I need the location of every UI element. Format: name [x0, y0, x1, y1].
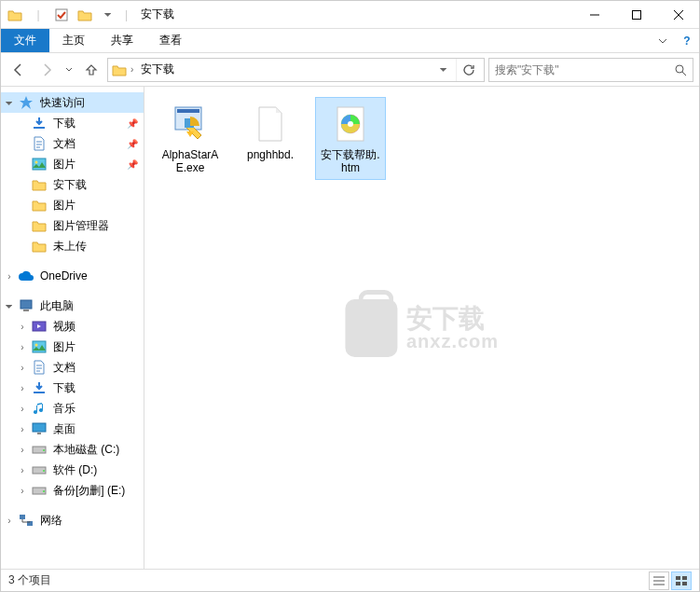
cloud-icon: [18, 268, 34, 284]
maximize-button[interactable]: [615, 1, 657, 29]
file-label: 安下载帮助.htm: [320, 148, 381, 175]
chevron-down-icon[interactable]: ⏷: [3, 96, 16, 109]
video-icon: [31, 318, 48, 335]
chevron-right-icon[interactable]: ›: [3, 269, 16, 282]
svg-point-4: [35, 161, 38, 164]
svg-rect-1: [632, 10, 640, 19]
svg-rect-21: [177, 109, 199, 113]
sidebar-network[interactable]: › 网络: [1, 510, 144, 530]
breadcrumb-dropdown-icon[interactable]: ⏷: [435, 64, 452, 75]
forward-button[interactable]: [34, 58, 59, 82]
file-type-icon: [168, 102, 213, 146]
minimize-button[interactable]: [573, 1, 615, 29]
sidebar-this-pc[interactable]: ⏷ 此电脑: [1, 296, 144, 316]
svg-point-25: [348, 121, 353, 127]
folder-icon: [112, 63, 127, 76]
sidebar-item-pc-4[interactable]: ›音乐: [1, 398, 144, 419]
svg-rect-0: [56, 9, 67, 21]
sidebar-item-quick-0[interactable]: 下载📌: [1, 113, 144, 133]
document-icon: [31, 359, 48, 376]
recent-locations-button[interactable]: [62, 58, 75, 82]
search-input[interactable]: [488, 58, 693, 82]
ribbon-expand-icon[interactable]: [651, 29, 675, 52]
svg-rect-28: [676, 582, 680, 585]
pin-icon: 📌: [127, 159, 138, 170]
checkbox-icon[interactable]: [51, 5, 72, 25]
file-type-icon: [248, 102, 293, 146]
tab-file[interactable]: 文件: [1, 29, 49, 52]
file-view[interactable]: 安下载 anxz.com AlphaStarAE.exepnghhbd.安下载帮…: [144, 87, 699, 569]
svg-point-17: [43, 490, 45, 492]
sidebar-item-quick-5[interactable]: 图片管理器: [1, 215, 144, 236]
file-item-2[interactable]: 安下载帮助.htm: [316, 98, 385, 179]
lock-icon: [345, 299, 397, 357]
sidebar-item-pc-6[interactable]: ›本地磁盘 (C:): [1, 439, 144, 460]
file-item-1[interactable]: pnghhbd.: [236, 98, 305, 165]
pin-icon: 📌: [127, 118, 138, 129]
sidebar-item-pc-0[interactable]: ›视频: [1, 316, 144, 337]
chevron-right-icon[interactable]: ›: [130, 64, 133, 75]
tab-share[interactable]: 共享: [98, 29, 146, 52]
svg-rect-10: [33, 423, 46, 432]
svg-rect-27: [682, 576, 687, 580]
back-button[interactable]: [7, 58, 31, 82]
sidebar-quick-access[interactable]: ⏷ 快速访问: [1, 92, 144, 113]
svg-rect-18: [20, 515, 25, 519]
svg-rect-6: [23, 310, 29, 311]
drive-icon: [31, 482, 48, 499]
statusbar: 3 个项目: [1, 569, 699, 591]
sidebar-item-quick-3[interactable]: 安下载: [1, 174, 144, 195]
tab-view[interactable]: 查看: [146, 29, 195, 52]
sidebar-item-quick-2[interactable]: 图片📌: [1, 154, 144, 174]
search-field[interactable]: [495, 63, 674, 76]
star-icon: [18, 94, 34, 111]
up-button[interactable]: [79, 58, 103, 82]
document-icon: [31, 135, 48, 152]
sidebar-item-quick-4[interactable]: 图片: [1, 195, 144, 215]
svg-rect-26: [676, 576, 680, 580]
sidebar-item-pc-7[interactable]: ›软件 (D:): [1, 460, 144, 480]
file-label: pnghhbd.: [247, 148, 294, 161]
chevron-right-icon[interactable]: ›: [3, 514, 16, 527]
qat-separator: |: [28, 5, 48, 25]
file-type-icon: [328, 102, 373, 146]
folder-icon: [31, 197, 48, 213]
navbar: › 安下载 ⏷: [1, 53, 699, 87]
drive-icon: [31, 441, 48, 458]
folder-icon: [31, 176, 48, 193]
ribbon: 文件 主页 共享 查看 ?: [1, 29, 699, 53]
computer-icon: [18, 297, 34, 314]
titlebar: | ⏷ | 安下载: [1, 1, 699, 29]
breadcrumb[interactable]: › 安下载 ⏷: [107, 58, 485, 82]
svg-point-13: [43, 449, 45, 451]
refresh-button[interactable]: [456, 59, 480, 81]
qat-dropdown-icon[interactable]: ⏷: [98, 5, 118, 25]
file-label: AlphaStarAE.exe: [159, 148, 221, 175]
music-icon: [31, 400, 48, 417]
icons-view-button[interactable]: [671, 571, 692, 590]
chevron-down-icon[interactable]: ⏷: [3, 299, 16, 312]
file-item-0[interactable]: AlphaStarAE.exe: [156, 98, 225, 179]
sidebar-item-pc-2[interactable]: ›文档: [1, 357, 144, 378]
sidebar-item-quick-6[interactable]: 未上传: [1, 236, 144, 256]
help-icon[interactable]: ?: [675, 29, 699, 52]
network-icon: [18, 512, 34, 529]
folder-icon: [31, 238, 48, 255]
picture-icon: [31, 156, 48, 172]
picture-icon: [31, 338, 48, 355]
tab-home[interactable]: 主页: [49, 29, 98, 52]
svg-point-9: [35, 344, 38, 347]
search-icon[interactable]: [674, 63, 687, 76]
breadcrumb-current[interactable]: 安下载: [137, 62, 178, 77]
svg-rect-8: [33, 341, 46, 352]
sidebar-onedrive[interactable]: › OneDrive: [1, 266, 144, 286]
details-view-button[interactable]: [649, 571, 669, 590]
svg-point-2: [676, 65, 683, 73]
sidebar-item-pc-3[interactable]: ›下载: [1, 378, 144, 398]
sidebar-item-pc-1[interactable]: ›图片: [1, 337, 144, 357]
sidebar-item-quick-1[interactable]: 文档📌: [1, 133, 144, 154]
close-button[interactable]: [657, 1, 699, 29]
sidebar-item-pc-8[interactable]: ›备份[勿删] (E:): [1, 480, 144, 501]
sidebar-item-pc-5[interactable]: ›桌面: [1, 419, 144, 439]
folder-icon[interactable]: [75, 5, 95, 25]
